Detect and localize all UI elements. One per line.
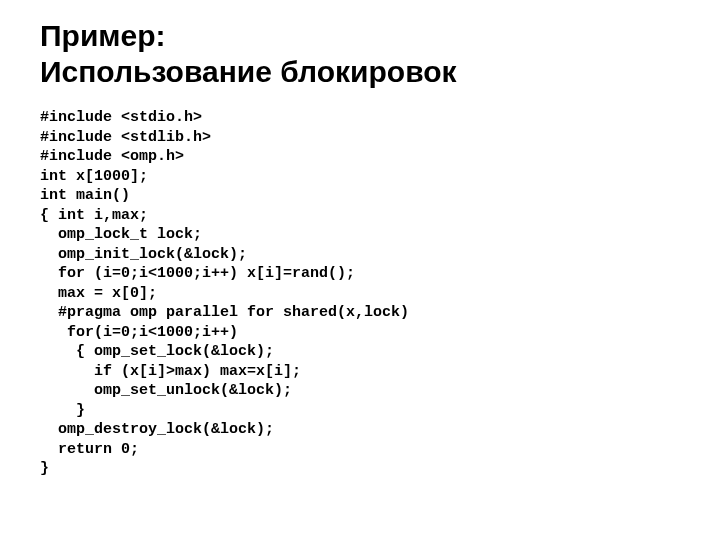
title-line-1: Пример: (40, 19, 166, 52)
code-block: #include <stdio.h> #include <stdlib.h> #… (40, 108, 680, 479)
title-line-2: Использование блокировок (40, 55, 457, 88)
slide-title: Пример: Использование блокировок (40, 18, 680, 90)
slide: Пример: Использование блокировок #includ… (0, 0, 720, 540)
